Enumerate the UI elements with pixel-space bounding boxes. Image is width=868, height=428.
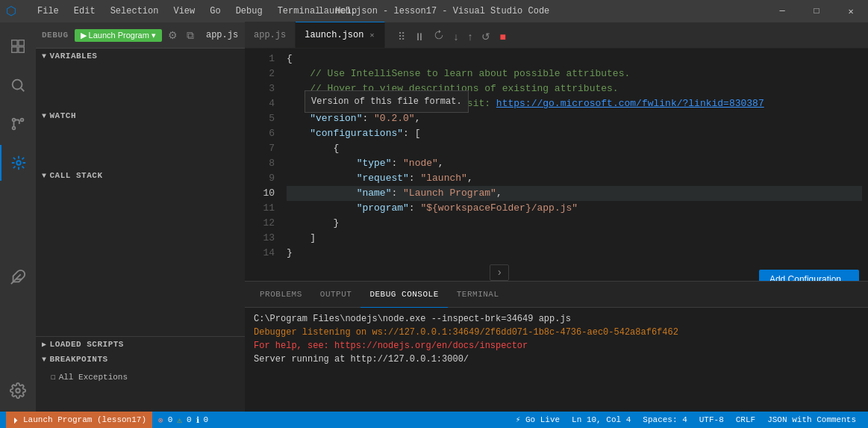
svg-rect-0 [12,40,17,46]
debug-settings-icon[interactable]: ⚙ [165,26,181,44]
code-line-10: "name": "Launch Program", [287,186,862,201]
panel-tab-problems[interactable]: PROBLEMS [251,282,311,308]
code-line-7: { [287,141,862,156]
variables-label: VARIABLES [50,52,98,61]
activity-settings[interactable] [0,373,36,409]
panel-tab-terminal[interactable]: TERMINAL [448,282,508,308]
code-line-1: { [287,52,862,66]
activity-bar [0,22,36,412]
status-errors-item[interactable]: ⊗ 0 ⚠ 0 ℹ 0 [152,412,214,428]
maximize-button[interactable]: □ [799,0,834,22]
status-position[interactable]: Ln 10, Col 4 [566,412,637,428]
panel-tab-output[interactable]: OUTPUT [311,282,361,308]
menu-help[interactable]: Help [328,0,364,22]
svg-point-7 [21,119,24,122]
svg-rect-3 [19,47,24,52]
terminal-line-1: C:\Program Files\nodejs\node.exe --inspe… [254,312,859,326]
menu-edit[interactable]: Edit [66,0,103,22]
activity-search[interactable] [0,67,36,103]
call-stack-section: ▼ CALL STACK [36,168,245,258]
line-num-1: 1 [248,52,275,66]
code-line-6: "configurations": [ [287,126,862,141]
status-debug-item[interactable]: ⏵ Launch Program (lesson17) [6,412,152,428]
loaded-scripts-header[interactable]: ▶ LOADED SCRIPTS [36,337,245,352]
info-count: 0 [204,415,209,424]
toolbar-pause-button[interactable]: ⏸ [410,28,428,45]
line-num-10: 10 [248,186,275,201]
code-line-9: "request": "launch", [287,171,862,186]
svg-point-4 [13,80,22,90]
variables-content [36,63,245,108]
line-numbers: 1 2 3 4 5 6 7 8 9 10 11 12 13 14 [245,49,281,281]
error-icon: ⊗ [158,415,163,425]
tab-launch-json[interactable]: launch.json ✕ [296,22,385,48]
watch-header[interactable]: ▼ WATCH [36,108,245,123]
call-stack-header[interactable]: ▼ CALL STACK [36,168,245,183]
toolbar-stop-button[interactable]: ■ [496,28,509,45]
breakpoints-arrow: ▼ [42,356,47,364]
menu-file[interactable]: File [30,0,66,22]
debug-toolbar: DEBUG ▶ Launch Program ▾ ⚙ ⧉ app.js [36,22,245,49]
call-stack-arrow: ▼ [42,172,47,180]
toolbar-restart-button[interactable]: ↺ [478,28,494,45]
window-controls: ─ □ ✕ [765,0,868,22]
variables-header[interactable]: ▼ VARIABLES [36,49,245,63]
status-line-ending[interactable]: CRLF [730,412,761,428]
status-encoding[interactable]: UTF-8 [693,412,730,428]
all-exceptions-checkbox-icon: ☐ [51,372,56,382]
activity-source-control[interactable] [0,106,36,142]
debug-split-icon[interactable]: ⧉ [184,26,197,45]
activity-debug[interactable] [0,145,36,181]
current-file-label: app.js [206,30,238,40]
all-exceptions-label: All Exceptions [59,373,128,382]
svg-point-12 [16,388,20,393]
code-content: Version of this file format. { // Use In… [281,49,868,281]
line-num-6: 6 [248,126,275,141]
svg-rect-1 [19,40,24,46]
menu-bar: File Edit Selection View Go Debug Termin… [30,0,364,22]
call-stack-label: CALL STACK [50,171,103,180]
add-configuration-button[interactable]: Add Configuration... [759,270,859,281]
status-spaces[interactable]: Spaces: 4 [637,412,693,428]
status-debug-label: Launch Program (lesson17) [23,415,146,424]
call-stack-content [36,183,245,258]
scroll-arrow[interactable]: › [490,264,509,281]
code-line-5: "version": "0.2.0", [287,111,862,126]
status-language[interactable]: JSON with Comments [761,412,862,428]
menu-go[interactable]: Go [202,0,228,22]
toolbar-step-out-button[interactable]: ↑ [463,28,476,45]
toolbar-step-into-button[interactable]: ↓ [449,28,462,45]
tab-app-js[interactable]: app.js [245,22,296,48]
menu-debug[interactable]: Debug [228,0,270,22]
line-num-9: 9 [248,171,275,186]
vscode-logo: ⬡ [6,4,16,19]
activity-extensions[interactable] [0,259,36,295]
menu-terminal[interactable]: Terminal [270,0,328,22]
tooltip-text: Version of this file format. [311,96,462,107]
loaded-scripts-arrow: ▶ [42,340,47,349]
loaded-scripts-section: ▶ LOADED SCRIPTS [36,337,245,352]
debug-run-button[interactable]: ▶ Launch Program ▾ [75,29,162,42]
toolbar-drag-icon[interactable]: ⠿ [394,28,409,45]
menu-selection[interactable]: Selection [103,0,166,22]
close-button[interactable]: ✕ [834,0,868,22]
debug-play-icon: ⏵ [12,415,20,425]
status-go-live[interactable]: ⚡ Go Live [510,412,566,428]
code-editor: 1 2 3 4 5 6 7 8 9 10 11 12 13 14 Version… [245,49,868,281]
loaded-scripts-label: LOADED SCRIPTS [50,340,124,349]
panel-tabs: PROBLEMS OUTPUT DEBUG CONSOLE TERMINAL [245,282,868,308]
line-num-2: 2 [248,66,275,81]
info-icon: ℹ [196,415,199,425]
code-line-14: } [287,246,862,261]
toolbar-step-over-button[interactable] [430,28,448,45]
breakpoints-all-exceptions[interactable]: ☐ All Exceptions [36,370,245,384]
panel-tab-debug-console[interactable]: DEBUG CONSOLE [360,282,447,308]
minimize-button[interactable]: ─ [765,0,799,22]
activity-explorer[interactable] [0,28,36,64]
menu-view[interactable]: View [166,0,202,22]
debug-label: DEBUG [42,31,69,40]
terminal-line-4: Server running at http://127.0.0.1:3000/ [254,353,859,366]
svg-point-6 [13,119,16,122]
breakpoints-header[interactable]: ▼ BREAKPOINTS [36,352,245,367]
tab-close-icon[interactable]: ✕ [368,29,375,41]
